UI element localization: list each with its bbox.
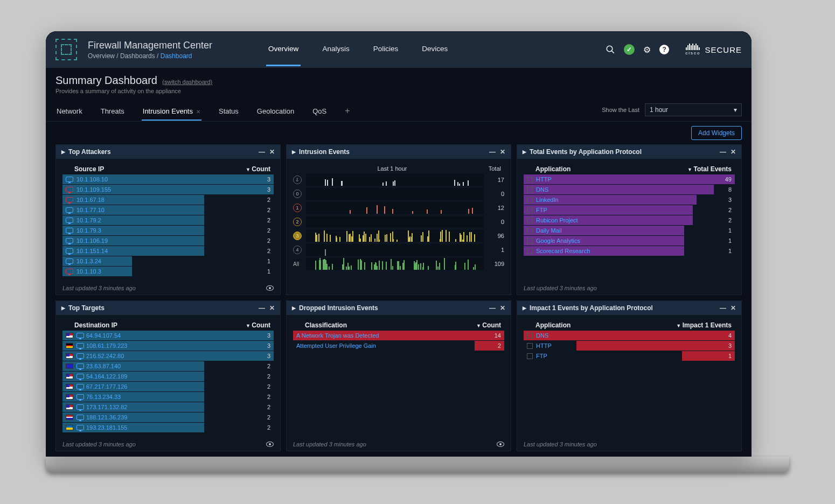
time-filter-select[interactable]: 1 hour ▾ (645, 103, 742, 116)
application-name[interactable]: DNS (536, 332, 548, 339)
minimize-icon[interactable]: — (489, 304, 496, 312)
tab-threats[interactable]: Threats (100, 103, 126, 121)
destination-ip[interactable]: 23.63.87.140 (86, 363, 121, 369)
checkbox[interactable] (527, 228, 533, 234)
table-row[interactable]: DNS4 (524, 331, 735, 340)
nav-devices[interactable]: Devices (420, 33, 450, 66)
source-ip[interactable]: 10.1.77.10 (76, 207, 105, 213)
table-row[interactable]: 10.1.77.102 (62, 205, 274, 215)
tab-network[interactable]: Network (55, 103, 84, 121)
col-impact1-events[interactable]: Impact 1 Events (667, 321, 732, 329)
table-row[interactable]: Scorecard Research1 (524, 246, 735, 256)
checkbox[interactable] (527, 187, 533, 193)
application-name[interactable]: LinkedIn (536, 197, 559, 203)
application-name[interactable]: HTTP (536, 176, 552, 183)
add-widgets-button[interactable]: Add Widgets (691, 126, 742, 140)
eye-icon[interactable] (497, 442, 504, 447)
close-icon[interactable]: ✕ (730, 148, 736, 156)
nav-analysis[interactable]: Analysis (320, 33, 351, 66)
destination-ip[interactable]: 173.171.132.82 (86, 404, 127, 410)
close-icon[interactable]: ✕ (730, 304, 736, 312)
crumb-dashboard[interactable]: Dashboard (161, 52, 192, 60)
checkbox[interactable] (527, 177, 533, 183)
caret-icon[interactable]: ▶ (523, 305, 526, 311)
destination-ip[interactable]: 108.61.179.223 (86, 342, 127, 349)
destination-ip[interactable]: 76.13.234.33 (86, 394, 121, 400)
table-row[interactable]: A Network Trojan was Detected14 (293, 331, 504, 340)
tab-geolocation[interactable]: Geolocation (256, 103, 295, 121)
source-ip[interactable]: 10.1.106.19 (76, 237, 108, 244)
checkbox[interactable] (527, 353, 533, 359)
col-count[interactable]: Count (222, 321, 270, 329)
destination-ip[interactable]: 67.217.177.126 (86, 383, 127, 390)
tab-qos[interactable]: QoS (311, 103, 328, 121)
table-row[interactable]: 10.1.67.182 (62, 195, 274, 205)
help-icon[interactable]: ? (659, 45, 669, 54)
col-total-events[interactable]: Total Events (683, 165, 732, 173)
table-row[interactable]: 10.1.79.32 (62, 226, 274, 235)
table-row[interactable]: 108.61.179.2233 (62, 341, 274, 351)
tab-status[interactable]: Status (218, 103, 240, 121)
checkbox[interactable] (527, 248, 533, 254)
table-row[interactable]: Rubicon Project2 (524, 215, 735, 225)
table-row[interactable]: 173.171.132.822 (62, 402, 274, 412)
nav-overview[interactable]: Overview (266, 33, 301, 66)
table-row[interactable]: 10.1.10.31 (62, 267, 274, 276)
table-row[interactable]: 23.63.87.1402 (62, 361, 274, 371)
table-row[interactable]: 10.1.3.241 (62, 256, 274, 266)
caret-icon[interactable]: ▶ (292, 305, 296, 311)
table-row[interactable]: 54.164.122.1892 (62, 372, 274, 381)
source-ip[interactable]: 10.1.108.10 (76, 176, 108, 183)
table-row[interactable]: HTTP49 (524, 174, 735, 184)
crumb-overview[interactable]: Overview (88, 52, 115, 60)
col-count[interactable]: Count (222, 165, 270, 173)
checkbox[interactable] (527, 333, 533, 339)
source-ip[interactable]: 10.1.79.2 (76, 217, 101, 223)
table-row[interactable]: DNS8 (524, 185, 735, 194)
application-name[interactable]: FTP (536, 207, 547, 213)
close-icon[interactable]: ✕ (269, 304, 275, 312)
gear-icon[interactable]: ⚙ (643, 45, 651, 55)
table-row[interactable]: 193.23.181.1552 (62, 423, 274, 432)
application-name[interactable]: Scorecard Research (536, 248, 590, 254)
caret-icon[interactable]: ▶ (523, 149, 526, 155)
checkbox[interactable] (527, 218, 533, 223)
checkbox[interactable] (527, 207, 533, 213)
col-application[interactable]: Application (527, 165, 683, 173)
table-row[interactable]: 67.217.177.1262 (62, 382, 274, 391)
application-name[interactable]: Google Analytics (536, 237, 580, 244)
caret-icon[interactable]: ▶ (61, 149, 65, 155)
table-row[interactable]: Google Analytics1 (524, 236, 735, 246)
col-count[interactable]: Count (453, 321, 501, 329)
table-row[interactable]: 10.1.109.1553 (62, 185, 274, 194)
minimize-icon[interactable]: — (489, 148, 496, 156)
source-ip[interactable]: 10.1.3.24 (76, 258, 101, 264)
minimize-icon[interactable]: — (720, 148, 726, 156)
close-icon[interactable]: ✕ (500, 304, 505, 312)
classification[interactable]: Attempted User Privilege Gain (296, 342, 376, 349)
close-icon[interactable]: ✕ (269, 148, 275, 156)
checkbox[interactable] (527, 197, 533, 203)
breadcrumb[interactable]: Overview / Dashboards / Dashboard (88, 52, 212, 60)
source-ip[interactable]: 10.1.10.3 (76, 268, 101, 275)
checkbox[interactable] (527, 343, 533, 349)
table-row[interactable]: 188.121.36.2392 (62, 412, 274, 422)
col-source-ip[interactable]: Source IP (66, 165, 222, 173)
application-name[interactable]: HTTP (536, 342, 552, 349)
minimize-icon[interactable]: — (259, 304, 265, 312)
nav-policies[interactable]: Policies (371, 33, 401, 66)
crumb-dashboards[interactable]: Dashboards (120, 52, 155, 60)
destination-ip[interactable]: 188.121.36.239 (86, 414, 127, 421)
table-row[interactable]: 10.1.108.103 (62, 174, 274, 184)
checkbox[interactable] (527, 238, 533, 244)
source-ip[interactable]: 10.1.109.155 (76, 186, 111, 193)
table-row[interactable]: 10.1.151.142 (62, 246, 274, 256)
table-row[interactable]: LinkedIn3 (524, 195, 735, 205)
application-name[interactable]: Rubicon Project (536, 217, 578, 223)
minimize-icon[interactable]: — (720, 304, 726, 312)
application-name[interactable]: DNS (536, 186, 548, 193)
switch-dashboard-link[interactable]: (switch dashboard) (162, 79, 212, 85)
eye-icon[interactable] (266, 442, 274, 447)
table-row[interactable]: Daily Mail1 (524, 226, 735, 235)
classification[interactable]: A Network Trojan was Detected (296, 332, 379, 339)
